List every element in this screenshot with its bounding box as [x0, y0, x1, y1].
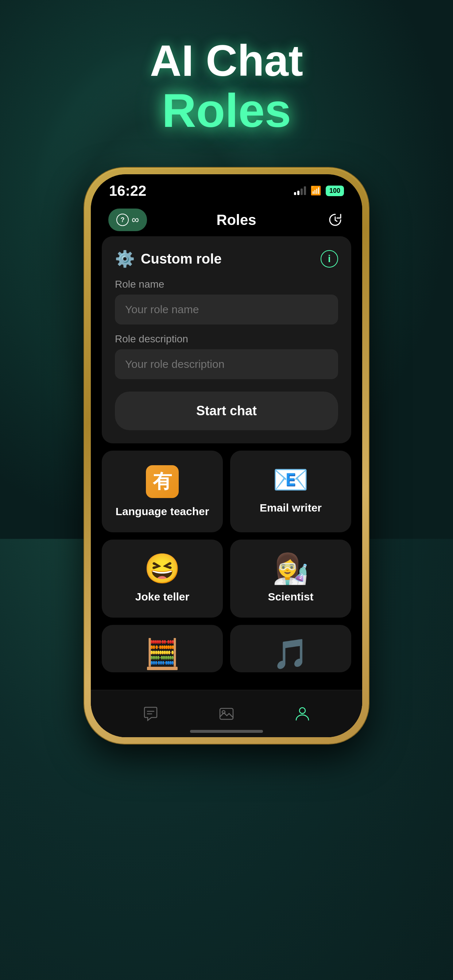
music-icon: 🎵 — [273, 640, 309, 669]
nav-title: Roles — [217, 212, 257, 228]
svg-point-4 — [300, 708, 305, 713]
joke-teller-icon: 😆 — [144, 554, 180, 583]
role-desc-label: Role description — [115, 333, 338, 345]
signal-bar-4 — [304, 186, 306, 195]
card-header: ⚙️ Custom role i — [115, 250, 338, 268]
tab-profile[interactable] — [293, 705, 311, 723]
role-card-email-writer[interactable]: 📧 Email writer — [230, 450, 351, 532]
signal-icon — [294, 186, 306, 195]
wifi-icon: 📶 — [310, 186, 321, 196]
hero-title-line2: Roles — [0, 84, 453, 137]
email-writer-icon: 📧 — [273, 465, 309, 495]
card-title-row: ⚙️ Custom role — [115, 250, 222, 268]
role-card-scientist[interactable]: 👩‍🔬 Scientist — [230, 539, 351, 617]
chat-tab-icon — [142, 705, 160, 723]
role-desc-input[interactable] — [115, 349, 338, 379]
signal-bar-1 — [294, 192, 296, 195]
phone-frame: 16:22 📶 100 ? — [84, 168, 369, 744]
phone-inner: 16:22 📶 100 ? — [91, 174, 362, 737]
role-card-music[interactable]: 🎵 — [230, 625, 351, 672]
dynamic-island — [190, 181, 263, 195]
history-button[interactable] — [326, 210, 345, 229]
home-indicator — [190, 730, 263, 733]
role-name-scientist: Scientist — [268, 590, 313, 603]
tab-bar — [91, 690, 362, 737]
phone-screen: 16:22 📶 100 ? — [91, 174, 362, 737]
role-card-joke-teller[interactable]: 😆 Joke teller — [102, 539, 223, 617]
status-time: 16:22 — [109, 183, 146, 199]
language-teacher-icon: 有 — [146, 465, 179, 498]
info-button[interactable]: i — [321, 250, 338, 267]
tab-chat[interactable] — [142, 705, 160, 723]
profile-tab-icon — [293, 705, 311, 723]
infinity-icon: ∞ — [132, 214, 139, 226]
hero-title-line1: AI Chat — [0, 37, 453, 84]
signal-bar-3 — [301, 188, 303, 195]
role-name-label: Role name — [115, 278, 338, 290]
phone-wrapper: 16:22 📶 100 ? — [84, 168, 369, 744]
scroll-content: ⚙️ Custom role i Role name Role descript… — [91, 236, 362, 690]
role-name-email-writer: Email writer — [260, 502, 322, 514]
nav-left-button[interactable]: ? ∞ — [108, 208, 147, 231]
tab-image[interactable] — [217, 705, 236, 723]
info-icon: i — [328, 253, 331, 265]
image-tab-icon — [217, 705, 236, 723]
role-name-joke-teller: Joke teller — [135, 590, 189, 603]
svg-rect-2 — [220, 708, 233, 719]
hero-section: AI Chat Roles — [0, 37, 453, 137]
custom-role-title: Custom role — [141, 251, 222, 267]
history-icon — [327, 212, 344, 228]
battery-badge: 100 — [326, 186, 344, 196]
signal-bar-2 — [297, 191, 300, 195]
role-card-language-teacher[interactable]: 有 Language teacher — [102, 450, 223, 532]
roles-grid: 有 Language teacher 📧 Email writer 😆 Joke… — [102, 450, 351, 672]
role-name-input[interactable] — [115, 294, 338, 325]
scientist-icon: 👩‍🔬 — [273, 554, 309, 583]
role-card-calculator[interactable]: 🧮 — [102, 625, 223, 672]
calculator-icon: 🧮 — [144, 640, 180, 669]
custom-role-icon: ⚙️ — [115, 250, 135, 268]
custom-role-card: ⚙️ Custom role i Role name Role descript… — [102, 236, 351, 443]
start-chat-button[interactable]: Start chat — [115, 391, 338, 430]
status-right: 📶 100 — [294, 186, 344, 196]
role-name-language-teacher: Language teacher — [116, 505, 209, 518]
help-icon: ? — [116, 214, 129, 226]
nav-bar: ? ∞ Roles — [91, 204, 362, 236]
